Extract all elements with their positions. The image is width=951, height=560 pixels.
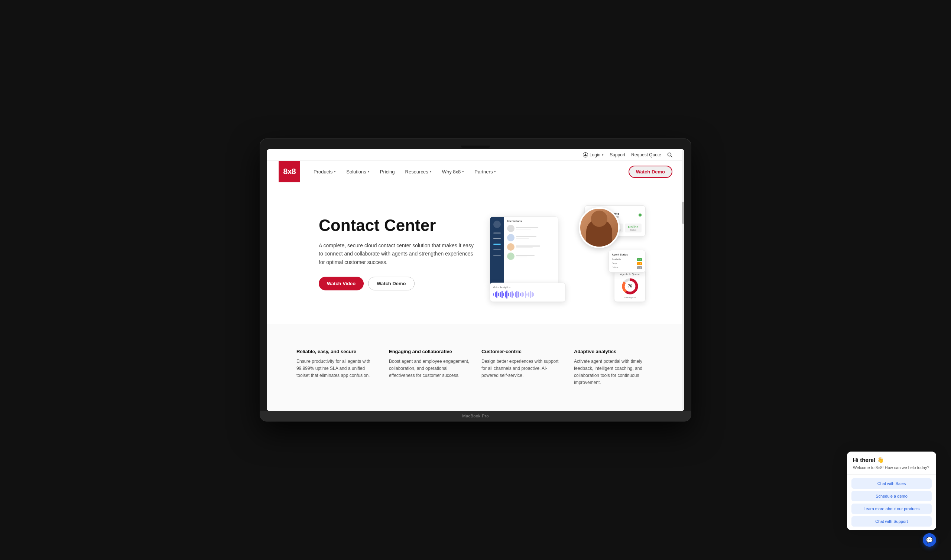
macbook-chin: MacBook Pro	[260, 411, 691, 421]
donut-chart: 76	[621, 277, 639, 295]
donut-chart-card: Agents In Queue 76 Total Agents	[614, 269, 646, 302]
chat-option-support[interactable]: Chat with Support	[851, 516, 932, 526]
feature-item-1: Engaging and collaborative Boost agent a…	[389, 343, 469, 392]
chat-widget: Hi there! 👋 Welcome to 8×8! How can we h…	[847, 452, 936, 530]
hero-title: Contact Center	[319, 217, 475, 234]
main-nav: 8x8 Products ▾ Solutions ▾ Pricing	[267, 161, 684, 183]
macbook-notch	[461, 146, 490, 148]
chevron-down-icon: ▾	[430, 170, 432, 174]
feature-title-1: Engaging and collaborative	[389, 349, 469, 354]
chat-greeting: Hi there! 👋	[853, 457, 930, 463]
nav-watch-demo-button[interactable]: Watch Demo	[629, 166, 672, 178]
request-quote-link[interactable]: Request Quote	[631, 152, 661, 157]
nav-item-why8x8[interactable]: Why 8x8 ▾	[438, 166, 469, 177]
feature-desc-3: Activate agent potential with timely fee…	[574, 358, 654, 386]
chevron-down-icon: ▾	[334, 170, 336, 174]
support-link[interactable]: Support	[609, 152, 625, 157]
chat-bubble-button[interactable]: 💬	[923, 533, 936, 547]
watch-video-button[interactable]: Watch Video	[319, 277, 364, 291]
hero-section: Contact Center A complete, secure cloud …	[267, 183, 684, 324]
features-section: Reliable, easy, and secure Ensure produc…	[267, 324, 684, 411]
feature-desc-1: Boost agent and employee engagement, col…	[389, 358, 469, 380]
hero-buttons: Watch Video Watch Demo	[319, 277, 475, 291]
feature-desc-0: Ensure productivity for all agents with …	[297, 358, 377, 380]
utility-bar: Login ▾ Support Request Quote	[267, 149, 684, 161]
feature-item-3: Adaptive analytics Activate agent potent…	[574, 343, 654, 392]
nav-item-pricing[interactable]: Pricing	[375, 166, 399, 177]
hero-image: Interactions	[489, 205, 646, 302]
watch-demo-button[interactable]: Watch Demo	[368, 277, 414, 291]
nav-item-resources[interactable]: Resources ▾	[401, 166, 436, 177]
dashboard-content: Interactions	[504, 217, 558, 285]
svg-point-0	[585, 153, 586, 155]
feature-item-0: Reliable, easy, and secure Ensure produc…	[297, 343, 377, 392]
chevron-down-icon: ▾	[462, 170, 464, 174]
login-icon	[583, 152, 588, 157]
chat-option-products[interactable]: Learn more about our products	[851, 503, 932, 514]
dashboard-illustration: Interactions	[489, 205, 646, 302]
chat-option-demo[interactable]: Schedule a demo	[851, 491, 932, 502]
waveform-card: Voice Analytics	[489, 283, 566, 302]
svg-text:76: 76	[628, 284, 632, 288]
chevron-down-icon: ▾	[494, 170, 496, 174]
feature-title-3: Adaptive analytics	[574, 349, 654, 354]
hero-subtitle: A complete, secure cloud contact center …	[319, 242, 475, 266]
stats-table-card: Agent Status Available 42 Busy 18 Offlin…	[608, 250, 646, 272]
chat-header: Hi there! 👋 Welcome to 8×8! How can we h…	[847, 452, 936, 475]
dashboard-panel: Interactions	[489, 217, 559, 285]
scrollbar[interactable]	[682, 149, 684, 411]
nav-item-solutions[interactable]: Solutions ▾	[342, 166, 374, 177]
features-grid: Reliable, easy, and secure Ensure produc…	[297, 343, 654, 392]
feature-title-0: Reliable, easy, and secure	[297, 349, 377, 354]
chat-options: Chat with Sales Schedule a demo Learn mo…	[847, 475, 936, 530]
svg-line-2	[671, 155, 672, 157]
waveform	[493, 291, 562, 298]
agent-portrait	[579, 207, 620, 248]
macbook-frame: Login ▾ Support Request Quote 8x8	[260, 139, 691, 422]
macbook-screen: Login ▾ Support Request Quote 8x8	[267, 149, 684, 411]
sidebar-nav	[490, 217, 504, 285]
search-button[interactable]	[667, 152, 672, 157]
hero-content: Contact Center A complete, secure cloud …	[319, 217, 475, 291]
feature-desc-2: Design better experiences with support f…	[482, 358, 562, 380]
nav-item-partners[interactable]: Partners ▾	[470, 166, 500, 177]
feature-item-2: Customer-centric Design better experienc…	[482, 343, 562, 392]
sidebar-icon	[493, 221, 501, 228]
nav-item-products[interactable]: Products ▾	[309, 166, 340, 177]
feature-title-2: Customer-centric	[482, 349, 562, 354]
login-button[interactable]: Login ▾	[583, 152, 604, 157]
status-indicator	[639, 214, 642, 217]
chevron-down-icon: ▾	[368, 170, 369, 174]
chat-welcome: Welcome to 8×8! How can we help today?	[853, 465, 930, 471]
chat-option-sales[interactable]: Chat with Sales	[851, 478, 932, 489]
chat-bubble-icon: 💬	[926, 537, 933, 544]
scrollbar-thumb[interactable]	[682, 202, 684, 224]
site-wrapper: Login ▾ Support Request Quote 8x8	[267, 149, 684, 411]
nav-items: Products ▾ Solutions ▾ Pricing Resources…	[309, 166, 629, 177]
logo[interactable]: 8x8	[279, 161, 300, 182]
